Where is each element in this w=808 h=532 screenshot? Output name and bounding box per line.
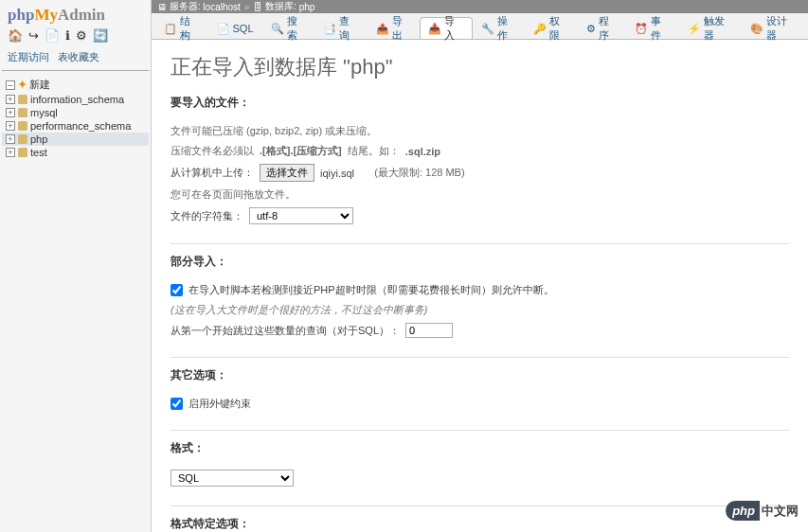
expand-icon[interactable]: + <box>6 121 15 131</box>
tab-设计器[interactable]: 🎨设计器 <box>742 17 804 39</box>
tab-icon: 📄 <box>217 23 230 35</box>
recent-link[interactable]: 近期访问 <box>8 51 49 62</box>
database-icon <box>18 95 27 104</box>
database-icon <box>18 108 27 117</box>
db-tree: – ✦ 新建 +information_schema+mysql+perform… <box>2 75 149 161</box>
logo[interactable]: phpMyAdmin <box>2 4 149 27</box>
toolbar-icons: 🏠 ↪ 📄 ℹ ⚙ 🔄 <box>2 27 149 46</box>
sidebar-tabs: 近期访问 表收藏夹 <box>2 46 149 68</box>
tree-db-php[interactable]: +php <box>2 133 149 146</box>
tab-icon: 🔑 <box>533 23 547 35</box>
breadcrumb-bar: 🖥 服务器: localhost » 🗄 数据库: php <box>152 0 808 13</box>
format-select[interactable]: SQL <box>171 470 294 487</box>
tab-icon: 📥 <box>428 23 441 35</box>
tab-bar: 📋结构📄SQL🔍搜索📑查询📤导出📥导入🔧操作🔑权限⚙程序⏰事件⚡触发器🎨设计器 <box>152 13 808 40</box>
expand-icon[interactable]: + <box>6 108 15 117</box>
tab-程序[interactable]: ⚙程序 <box>578 17 627 39</box>
content-area: 正在导入到数据库 "php" 要导入的文件： 文件可能已压缩 (gzip, bz… <box>152 40 808 532</box>
fk-checkbox[interactable] <box>171 398 183 410</box>
tree-db-performance_schema[interactable]: +performance_schema <box>2 119 149 133</box>
tab-icon: ⚡ <box>688 23 701 35</box>
tab-icon: 🎨 <box>750 23 763 35</box>
tab-icon: 🔍 <box>271 23 284 35</box>
refresh-icon[interactable]: 🔄 <box>93 28 108 43</box>
sql-icon[interactable]: 📄 <box>45 28 60 43</box>
database-icon <box>18 134 27 144</box>
database-icon <box>18 148 27 157</box>
tab-查询[interactable]: 📑查询 <box>314 17 368 39</box>
exit-icon[interactable]: ↪ <box>28 28 39 43</box>
database-icon <box>18 121 27 131</box>
sidebar: phpMyAdmin 🏠 ↪ 📄 ℹ ⚙ 🔄 近期访问 表收藏夹 – ✦ 新建 … <box>0 0 152 532</box>
tab-结构[interactable]: 📋结构 <box>155 17 208 39</box>
page-title: 正在导入到数据库 "php" <box>171 53 789 81</box>
server-link[interactable]: localhost <box>203 2 240 12</box>
tree-db-mysql[interactable]: +mysql <box>2 106 149 119</box>
favorites-link[interactable]: 表收藏夹 <box>58 51 99 62</box>
db-link[interactable]: php <box>299 2 315 12</box>
tree-new[interactable]: – ✦ 新建 <box>2 77 149 93</box>
help-icon[interactable]: ℹ <box>65 28 70 43</box>
selected-filename: iqiyi.sql <box>320 168 354 179</box>
expand-icon[interactable]: + <box>6 134 15 144</box>
settings-icon[interactable]: ⚙ <box>76 28 87 43</box>
skip-queries-input[interactable] <box>405 323 453 338</box>
section-file: 要导入的文件： 文件可能已压缩 (gzip, bzip2, zip) 或未压缩。… <box>171 95 789 244</box>
tab-icon: 🔧 <box>481 23 494 35</box>
tab-导出[interactable]: 📤导出 <box>368 17 421 39</box>
charset-select[interactable]: utf-8 <box>249 207 353 224</box>
tab-触发器[interactable]: ⚡触发器 <box>679 17 742 39</box>
server-icon: 🖥 <box>157 2 167 12</box>
expand-icon[interactable]: + <box>6 148 15 157</box>
tab-搜索[interactable]: 🔍搜索 <box>262 17 315 39</box>
tab-事件[interactable]: ⏰事件 <box>626 17 679 39</box>
tab-icon: ⏰ <box>635 23 648 35</box>
allow-interrupt-checkbox[interactable] <box>171 284 183 296</box>
new-icon: ✦ <box>18 79 27 91</box>
section-other: 其它选项： 启用外键约束 <box>171 367 789 431</box>
tree-db-information_schema[interactable]: +information_schema <box>2 93 149 106</box>
tree-db-test[interactable]: +test <box>2 146 149 159</box>
tab-SQL[interactable]: 📄SQL <box>208 17 262 39</box>
collapse-icon[interactable]: – <box>6 80 15 90</box>
choose-file-button[interactable]: 选择文件 <box>260 164 314 182</box>
home-icon[interactable]: 🏠 <box>8 28 23 43</box>
main-panel: 🖥 服务器: localhost » 🗄 数据库: php 📋结构📄SQL🔍搜索… <box>152 0 808 532</box>
db-icon: 🗄 <box>253 2 262 12</box>
tab-操作[interactable]: 🔧操作 <box>473 17 526 39</box>
tab-icon: 📑 <box>323 23 336 35</box>
section-format: 格式： SQL <box>171 440 789 506</box>
watermark: php 中文网 <box>726 501 799 521</box>
expand-icon[interactable]: + <box>6 95 15 104</box>
tab-icon: ⚙ <box>586 23 596 35</box>
tab-icon: 📤 <box>376 23 389 35</box>
tab-导入[interactable]: 📥导入 <box>420 17 473 39</box>
section-partial: 部分导入： 在导入时脚本若检测到接近PHP超时时限（即需要花费很长时间）则允许中… <box>171 254 789 358</box>
section-specific: 格式特定选项： SQL 兼容模式： NONE 不要给零值使用自增 (AUTO_I… <box>171 516 789 532</box>
tab-icon: 📋 <box>164 23 177 35</box>
tab-权限[interactable]: 🔑权限 <box>525 17 578 39</box>
